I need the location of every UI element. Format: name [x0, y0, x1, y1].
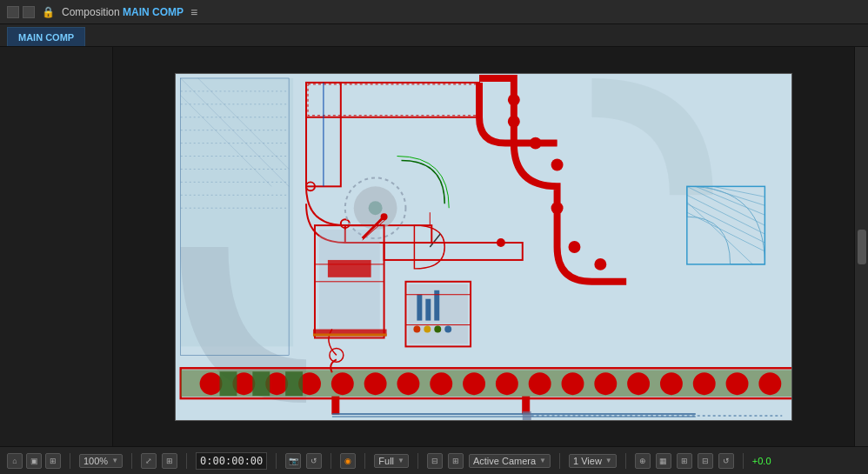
main-comp-tab[interactable]: MAIN COMP [7, 27, 85, 46]
divider-1 [70, 453, 70, 469]
scrollbar-thumb[interactable] [858, 230, 866, 264]
view-btn-2[interactable]: ⊞ [448, 453, 464, 469]
svg-point-23 [569, 241, 581, 253]
lock-icon: 🔒 [42, 6, 55, 18]
window-controls [7, 6, 35, 18]
svg-point-43 [434, 325, 441, 332]
svg-point-55 [364, 372, 387, 395]
svg-point-58 [463, 372, 485, 395]
svg-point-98 [381, 213, 388, 220]
color-button[interactable]: ◉ [340, 453, 356, 469]
camera-dropdown[interactable]: Active Camera ▼ [469, 454, 551, 468]
svg-point-22 [551, 202, 564, 214]
snapshot-button[interactable]: 📷 [285, 453, 301, 469]
3d-button[interactable]: ⊞ [45, 453, 61, 469]
svg-point-67 [758, 372, 781, 395]
right-scrollbar[interactable] [854, 47, 868, 446]
timecode-display[interactable]: 0:00:00:00 [196, 452, 267, 470]
icon-box-1 [7, 6, 19, 18]
svg-point-60 [529, 372, 551, 395]
tab-bar: MAIN COMP [0, 24, 868, 47]
svg-point-66 [726, 372, 749, 395]
divider-8 [559, 453, 560, 469]
svg-point-64 [660, 372, 683, 395]
zoom-value: 100% [83, 456, 108, 466]
left-sidebar [0, 47, 113, 446]
svg-point-21 [551, 158, 564, 170]
svg-rect-38 [417, 294, 422, 320]
refresh-button[interactable]: ↺ [306, 453, 322, 469]
svg-rect-74 [252, 371, 270, 396]
svg-point-19 [508, 115, 520, 127]
zoom-arrow: ▼ [111, 457, 118, 464]
svg-point-50 [200, 372, 223, 395]
svg-point-54 [331, 372, 354, 395]
divider-10 [743, 453, 744, 469]
divider-7 [417, 453, 418, 469]
view-count-arrow: ▼ [605, 457, 612, 464]
transform-btn-2[interactable]: ▦ [656, 453, 671, 469]
svg-point-62 [594, 372, 617, 395]
svg-point-63 [627, 372, 650, 395]
icon-box-2 [23, 6, 35, 18]
resolution-value: Full [378, 456, 394, 466]
transform-btn-4[interactable]: ⊟ [698, 453, 713, 469]
svg-point-41 [413, 325, 420, 332]
composition-canvas [175, 73, 792, 421]
view-count-dropdown[interactable]: 1 View ▼ [569, 454, 617, 468]
resolution-dropdown[interactable]: Full ▼ [374, 454, 409, 468]
svg-rect-75 [285, 371, 303, 396]
svg-point-24 [594, 257, 606, 270]
divider-9 [625, 453, 626, 469]
svg-point-18 [508, 93, 520, 105]
canvas-container [113, 47, 854, 446]
svg-rect-81 [523, 411, 531, 420]
svg-point-27 [369, 201, 383, 215]
title-bar: 🔒 Composition MAIN COMP ≡ [0, 0, 868, 24]
transform-btn-5[interactable]: ↺ [718, 453, 734, 469]
fit-button[interactable]: ⤢ [141, 453, 157, 469]
menu-icon[interactable]: ≡ [190, 5, 197, 19]
panel-controls: ⌂ ▣ ⊞ [7, 453, 61, 469]
svg-point-56 [397, 372, 420, 395]
svg-point-44 [444, 325, 451, 332]
svg-rect-101 [313, 333, 387, 336]
grid-button[interactable]: ⊞ [162, 453, 177, 469]
title-text: Composition MAIN COMP [62, 6, 184, 18]
transform-btn-3[interactable]: ⊞ [677, 453, 692, 469]
svg-rect-39 [425, 298, 431, 320]
camera-value: Active Camera [473, 456, 536, 466]
camera-arrow: ▼ [539, 457, 546, 464]
svg-rect-76 [332, 397, 339, 414]
divider-3 [186, 453, 187, 469]
divider-6 [364, 453, 365, 469]
home-button[interactable]: ⌂ [7, 453, 23, 469]
svg-point-65 [693, 372, 716, 395]
divider-4 [276, 453, 277, 469]
svg-point-57 [430, 372, 452, 395]
bottom-toolbar: ⌂ ▣ ⊞ 100% ▼ ⤢ ⊞ 0:00:00:00 📷 ↺ ◉ Full ▼… [0, 446, 868, 474]
main-area [0, 47, 868, 446]
svg-point-42 [424, 325, 431, 332]
svg-rect-30 [328, 259, 371, 277]
resolution-arrow: ▼ [397, 457, 404, 464]
transform-btn-1[interactable]: ⊕ [635, 453, 651, 469]
view-btn-1[interactable]: ⊟ [427, 453, 443, 469]
svg-point-20 [530, 137, 542, 149]
divider-5 [331, 453, 331, 469]
divider-2 [131, 453, 132, 469]
monitor-button[interactable]: ▣ [26, 453, 42, 469]
svg-rect-73 [220, 371, 237, 396]
view-count-value: 1 View [573, 456, 602, 466]
svg-point-61 [562, 372, 584, 395]
offset-value: +0.0 [752, 456, 771, 466]
svg-point-59 [496, 372, 518, 395]
zoom-dropdown[interactable]: 100% ▼ [79, 454, 123, 468]
